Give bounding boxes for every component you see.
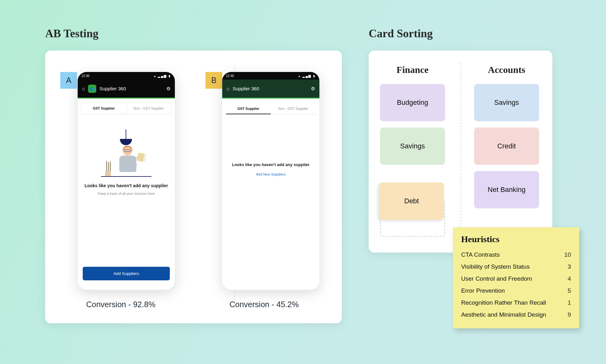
gear-icon[interactable]: ⚙ [311, 86, 315, 92]
heuristic-row: Aesthetic and Minimalist Design 9 [461, 309, 571, 321]
column-accounts: Accounts Savings Credit Net Banking [474, 64, 539, 215]
add-new-suppliers-link[interactable]: Add New Suppliers [229, 172, 313, 176]
app-title: Supplier 360 [99, 86, 126, 91]
supplier-logo-icon: 👥 [88, 85, 96, 93]
heuristic-label: Aesthetic and Minimalist Design [461, 311, 546, 318]
heuristic-row: User Control and Freedom 4 [461, 273, 571, 285]
heuristic-label: User Control and Freedom [461, 275, 532, 282]
heuristic-row: Visibility of System Status 3 [461, 261, 571, 273]
heuristic-label: Error Prevention [461, 287, 505, 294]
heuristic-label: Recognition Rather Than Recall [461, 299, 546, 306]
app-title: Supplier 360 [233, 86, 259, 91]
heuristic-value: 3 [567, 263, 571, 270]
tab-non-gst[interactable]: Non - GST Supplier [126, 103, 171, 114]
signal-icon: ▂▄▆ [302, 74, 312, 78]
tabs: GST Supplier Non - GST Supplier [226, 104, 316, 114]
empty-title: Looks like you haven't add any supplier [84, 182, 169, 189]
heuristic-value: 9 [567, 311, 571, 318]
card-debt[interactable]: Debt [379, 182, 444, 220]
heuristic-label: Visibility of System Status [461, 263, 530, 270]
card-sorting-panel: Finance Budgeting Savings Debt Accounts … [369, 51, 552, 253]
tab-non-gst[interactable]: Non - GST Supplier [271, 104, 316, 114]
tabs: GST Supplier Non - GST Supplier [81, 103, 171, 114]
battery-icon: ▮ [169, 74, 171, 78]
card-budgeting[interactable]: Budgeting [380, 84, 445, 121]
column-finance: Finance Budgeting Savings Debt [380, 64, 445, 215]
heuristic-value: 10 [564, 251, 571, 258]
note-title: Heuristics [461, 234, 571, 244]
statusbar-time: 12:30 [226, 74, 234, 78]
appbar: ⌂ 👥 Supplier 360 ⚙ [78, 80, 175, 98]
appbar: ⌂ Supplier 360 ⚙ [222, 80, 319, 98]
heuristic-value: 1 [567, 299, 571, 306]
home-icon[interactable]: ⌂ [227, 86, 229, 91]
cs-divider [460, 63, 461, 241]
heuristic-row: Recognition Rather Than Recall 1 [461, 297, 571, 309]
status-icons: ▴ ▂▄▆ ▮ [299, 74, 316, 78]
conversion-b: Conversion - 45.2% [229, 300, 299, 309]
card-savings[interactable]: Savings [474, 84, 539, 121]
empty-state: Looks like you haven't add any supplier … [222, 162, 319, 176]
section-title-card-sorting: Card Sorting [369, 27, 433, 40]
heuristic-label: CTA Contrasts [461, 251, 500, 258]
wifi-icon: ▴ [299, 74, 301, 78]
empty-illustration [101, 129, 152, 177]
empty-state: Looks like you haven't add any supplier … [78, 129, 175, 195]
statusbar: 12:30 ▴ ▂▄▆ ▮ [222, 72, 319, 80]
statusbar-time: 12:30 [81, 74, 89, 78]
heuristic-value: 4 [567, 275, 571, 282]
gear-icon[interactable]: ⚙ [166, 86, 170, 92]
conversion-a: Conversion - 92.8% [86, 300, 156, 309]
column-title-finance: Finance [380, 64, 445, 75]
column-title-accounts: Accounts [474, 64, 539, 75]
empty-title: Looks like you haven't add any supplier [229, 162, 313, 168]
ab-testing-panel: A B 12:30 ▴ ▂▄▆ ▮ ⌂ 👥 Supplier 360 ⚙ GST… [45, 51, 342, 323]
signal-icon: ▂▄▆ [158, 74, 167, 78]
tab-gst[interactable]: GST Supplier [81, 103, 126, 114]
card-net-banking[interactable]: Net Banking [474, 171, 539, 208]
heuristic-value: 5 [567, 287, 571, 294]
variant-badge-a: A [60, 72, 77, 89]
phone-variant-a: 12:30 ▴ ▂▄▆ ▮ ⌂ 👥 Supplier 360 ⚙ GST Sup… [78, 72, 175, 290]
tab-gst[interactable]: GST Supplier [226, 104, 271, 114]
card-savings[interactable]: Savings [380, 128, 445, 165]
home-icon[interactable]: ⌂ [82, 86, 85, 91]
phone-variant-b: 12:30 ▴ ▂▄▆ ▮ ⌂ Supplier 360 ⚙ GST Suppl… [222, 72, 319, 290]
heuristics-note[interactable]: Heuristics CTA Contrasts 10 Visibility o… [453, 227, 579, 328]
empty-subtitle: Keep a track of all your invoices here [84, 192, 169, 195]
status-icons: ▴ ▂▄▆ ▮ [154, 74, 171, 78]
wifi-icon: ▴ [154, 74, 156, 78]
heuristic-row: Error Prevention 5 [461, 285, 571, 297]
card-credit[interactable]: Credit [474, 128, 539, 165]
variant-badge-b: B [205, 72, 222, 89]
statusbar: 12:30 ▴ ▂▄▆ ▮ [78, 72, 175, 80]
heuristic-row: CTA Contrasts 10 [461, 249, 571, 261]
battery-icon: ▮ [313, 74, 316, 78]
section-title-ab: AB Testing [45, 27, 98, 40]
add-suppliers-button[interactable]: Add Suppliers [83, 267, 170, 280]
